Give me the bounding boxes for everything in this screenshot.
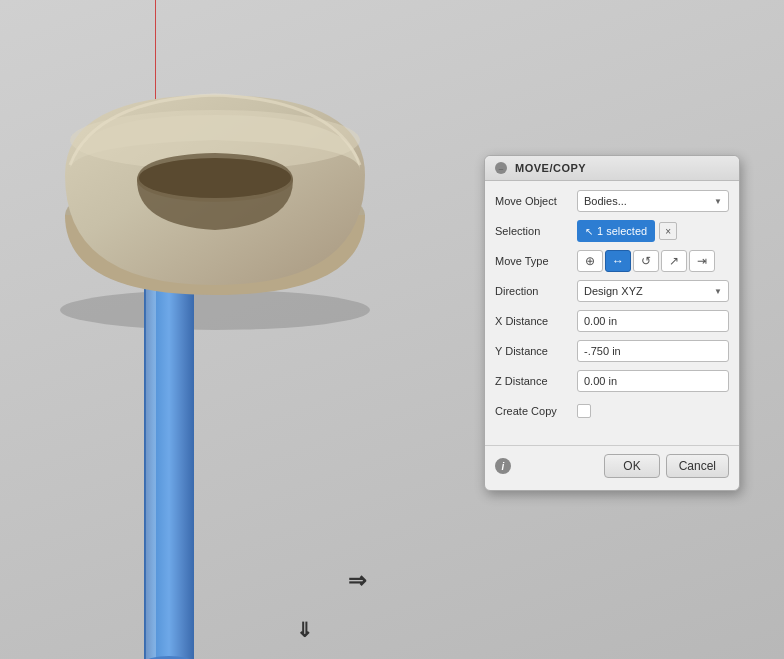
panel-footer: i OK Cancel — [485, 454, 739, 478]
selection-label: Selection — [495, 225, 577, 237]
z-distance-input[interactable] — [577, 370, 729, 392]
svg-point-0 — [60, 290, 370, 330]
panel-header: – MOVE/COPY — [485, 156, 739, 181]
move-type-control: ⊕ ↔ ↺ ↗ ⇥ — [577, 250, 729, 272]
selection-row: Selection ↖ 1 selected × — [495, 219, 729, 243]
clear-selection-button[interactable]: × — [659, 222, 677, 240]
direction-dropdown[interactable]: Design XYZ ▼ — [577, 280, 729, 302]
x-distance-control — [577, 310, 729, 332]
direction-control: Design XYZ ▼ — [577, 280, 729, 302]
panel-title: MOVE/COPY — [515, 162, 586, 174]
y-distance-input[interactable] — [577, 340, 729, 362]
selection-badge[interactable]: ↖ 1 selected — [577, 220, 655, 242]
x-distance-row: X Distance — [495, 309, 729, 333]
along-path-button[interactable]: ⇥ — [689, 250, 715, 272]
svg-point-9 — [139, 158, 291, 198]
direction-row: Direction Design XYZ ▼ — [495, 279, 729, 303]
move-object-label: Move Object — [495, 195, 577, 207]
panel-divider — [485, 445, 739, 446]
move-object-control: Bodies... ▼ — [577, 190, 729, 212]
create-copy-label: Create Copy — [495, 405, 577, 417]
move-type-label: Move Type — [495, 255, 577, 267]
3d-scene-svg — [15, 15, 485, 659]
x-distance-input[interactable] — [577, 310, 729, 332]
panel-close-button[interactable]: – — [495, 162, 507, 174]
translate-button[interactable]: ↔ — [605, 250, 631, 272]
selection-count: 1 selected — [597, 225, 647, 237]
direction-chevron-icon: ▼ — [714, 287, 722, 296]
translate-icon: ↔ — [612, 254, 624, 268]
chevron-down-icon: ▼ — [714, 197, 722, 206]
create-copy-control — [577, 404, 729, 418]
free-move-button[interactable]: ⊕ — [577, 250, 603, 272]
cancel-button[interactable]: Cancel — [666, 454, 729, 478]
y-distance-control — [577, 340, 729, 362]
along-path-icon: ⇥ — [697, 254, 707, 268]
right-arrow-indicator: ⇒ — [348, 568, 366, 594]
create-copy-checkbox[interactable] — [577, 404, 591, 418]
close-icon: – — [499, 164, 503, 173]
z-distance-label: Z Distance — [495, 375, 577, 387]
info-icon-symbol: i — [502, 461, 505, 472]
info-button[interactable]: i — [495, 458, 511, 474]
z-distance-control — [577, 370, 729, 392]
selection-control: ↖ 1 selected × — [577, 220, 729, 242]
move-object-dropdown[interactable]: Bodies... ▼ — [577, 190, 729, 212]
move-object-row: Move Object Bodies... ▼ — [495, 189, 729, 213]
create-copy-row: Create Copy — [495, 399, 729, 423]
svg-rect-2 — [146, 285, 156, 659]
rotate-button[interactable]: ↺ — [633, 250, 659, 272]
close-x-icon: × — [665, 226, 671, 237]
down-arrow-indicator: ⇓ — [296, 618, 313, 642]
footer-buttons: OK Cancel — [604, 454, 729, 478]
point-to-point-icon: ↗ — [669, 254, 679, 268]
rotate-icon: ↺ — [641, 254, 651, 268]
direction-label: Direction — [495, 285, 577, 297]
move-copy-panel: – MOVE/COPY Move Object Bodies... ▼ Sele… — [484, 155, 740, 491]
direction-value: Design XYZ — [584, 285, 643, 297]
x-distance-label: X Distance — [495, 315, 577, 327]
z-distance-row: Z Distance — [495, 369, 729, 393]
y-distance-row: Y Distance — [495, 339, 729, 363]
y-distance-label: Y Distance — [495, 345, 577, 357]
point-to-point-button[interactable]: ↗ — [661, 250, 687, 272]
move-object-value: Bodies... — [584, 195, 627, 207]
ok-button[interactable]: OK — [604, 454, 659, 478]
panel-body: Move Object Bodies... ▼ Selection ↖ 1 se… — [485, 181, 739, 437]
cursor-icon: ↖ — [585, 226, 593, 237]
move-type-row: Move Type ⊕ ↔ ↺ ↗ ⇥ — [495, 249, 729, 273]
free-move-icon: ⊕ — [585, 254, 595, 268]
